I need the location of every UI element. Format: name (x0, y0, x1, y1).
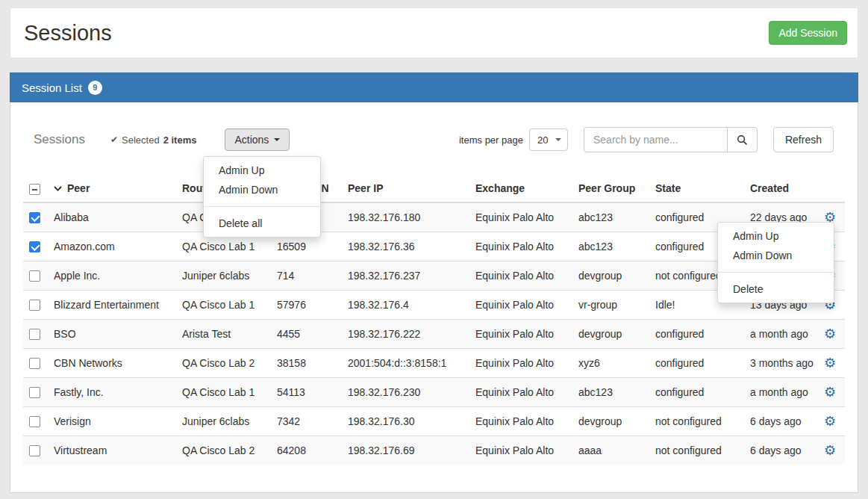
cell-peer-ip: 2001:504:d::3:8158:1 (342, 348, 469, 377)
cell-peer: Blizzard Entertainment (48, 290, 176, 319)
row-menu-divider (718, 272, 834, 273)
row-menu-item-admin-up[interactable]: Admin Up (718, 226, 834, 246)
cell-exchange: Equinix Palo Alto (469, 436, 572, 465)
items-per-page-value: 20 (537, 134, 548, 146)
row-settings-gear-icon[interactable]: ⚙ (824, 385, 836, 400)
cell-asn: 4455 (271, 319, 342, 348)
sort-desc-icon (54, 186, 62, 191)
cell-peer-group: abc123 (572, 377, 649, 406)
cell-created: 3 months ago (744, 348, 815, 377)
cell-peer-group: xyz6 (572, 348, 649, 377)
selected-prefix: Selected (122, 134, 160, 146)
col-peer-ip[interactable]: Peer IP (342, 176, 469, 202)
row-checkbox[interactable] (29, 387, 40, 398)
row-settings-gear-icon[interactable]: ⚙ (824, 326, 836, 341)
cell-router: QA Cisco Lab 2 (176, 348, 271, 377)
cell-asn: 7342 (271, 406, 342, 436)
items-per-page-select[interactable]: 20 (529, 128, 568, 151)
cell-state: not configured (649, 406, 744, 436)
cell-created: 6 days ago (744, 436, 815, 465)
cell-peer-ip: 198.32.176.230 (342, 377, 469, 406)
cell-peer-ip: 198.32.176.180 (342, 202, 469, 232)
cell-exchange: Equinix Palo Alto (469, 319, 572, 348)
cell-peer: Alibaba (48, 202, 176, 232)
page-header: Sessions Add Session (10, 7, 858, 58)
table-toolbar: Sessions ✔ Selected 2 items Actions item… (34, 127, 834, 152)
cell-peer-group: abc123 (572, 202, 649, 232)
row-checkbox[interactable] (29, 445, 40, 456)
row-checkbox[interactable] (29, 416, 40, 427)
cell-exchange: Equinix Palo Alto (469, 348, 572, 377)
col-peer[interactable]: Peer (48, 176, 176, 202)
row-menu-item-admin-down[interactable]: Admin Down (718, 246, 834, 265)
panel-heading: Session List 9 (10, 72, 858, 102)
cell-peer: Virtustream (48, 436, 176, 465)
menu-item-admin-up[interactable]: Admin Up (204, 161, 320, 180)
search-input[interactable] (584, 127, 728, 152)
table-row: Virtustream QA Cisco Lab 2 64208 198.32.… (23, 436, 845, 465)
cell-peer: Fastly, Inc. (48, 377, 176, 406)
row-menu-item-delete[interactable]: Delete (718, 279, 834, 299)
col-row-actions (815, 176, 845, 202)
row-checkbox[interactable] (29, 241, 40, 252)
table-header-row: Peer Router ASN Peer IP Exchange Peer Gr… (23, 176, 845, 202)
cell-state: configured (649, 348, 744, 377)
row-checkbox[interactable] (29, 329, 40, 340)
row-checkbox[interactable] (29, 300, 40, 311)
cell-peer-ip: 198.32.176.237 (342, 261, 469, 290)
actions-dropdown-menu: Admin Up Admin Down Delete all (203, 156, 321, 238)
row-checkbox[interactable] (29, 270, 40, 282)
cell-peer-ip: 198.32.176.222 (342, 319, 469, 348)
cell-exchange: Equinix Palo Alto (469, 290, 572, 319)
row-checkbox[interactable] (29, 358, 40, 369)
menu-item-admin-down[interactable]: Admin Down (204, 180, 320, 199)
cell-router: QA Cisco Lab 1 (176, 377, 271, 406)
col-exchange[interactable]: Exchange (469, 176, 572, 202)
col-peer-group[interactable]: Peer Group (572, 176, 649, 202)
items-per-page-label: items per page (459, 134, 523, 146)
cell-peer: Apple Inc. (48, 261, 176, 290)
cell-peer-group: vr-group (572, 290, 649, 319)
menu-divider (204, 206, 320, 207)
cell-peer-group: aaaa (572, 436, 649, 465)
search-group (584, 127, 758, 152)
search-button[interactable] (727, 127, 758, 152)
cell-peer-ip: 198.32.176.30 (342, 406, 469, 436)
cell-asn: 714 (271, 261, 342, 290)
table-row: Verisign Juniper 6clabs 7342 198.32.176.… (23, 406, 845, 436)
table-row: CBN Networks QA Cisco Lab 2 38158 2001:5… (23, 348, 845, 377)
check-icon: ✔ (110, 134, 118, 145)
cell-router: Arista Test (176, 319, 271, 348)
cell-created: a month ago (744, 377, 815, 406)
cell-state: configured (649, 377, 744, 406)
cell-exchange: Equinix Palo Alto (469, 232, 572, 261)
row-settings-gear-icon[interactable]: ⚙ (824, 414, 836, 429)
cell-peer: BSO (48, 319, 176, 348)
menu-item-delete-all[interactable]: Delete all (204, 214, 320, 233)
row-settings-gear-icon[interactable]: ⚙ (824, 356, 836, 371)
row-checkbox[interactable] (29, 212, 40, 223)
cell-router: QA Cisco Lab 1 (176, 290, 271, 319)
cell-exchange: Equinix Palo Alto (469, 202, 572, 232)
add-session-button[interactable]: Add Session (769, 21, 847, 45)
toolbar-right-group: items per page 20 (459, 127, 834, 152)
toolbar-title: Sessions (34, 132, 85, 147)
row-settings-gear-icon[interactable]: ⚙ (824, 443, 836, 458)
cell-peer-group: abc123 (572, 232, 649, 261)
cell-peer-ip: 198.32.176.69 (342, 436, 469, 465)
col-created[interactable]: Created (744, 176, 815, 202)
select-caret-icon (555, 138, 561, 141)
page: Sessions Add Session Session List 9 Sess… (0, 0, 868, 499)
cell-exchange: Equinix Palo Alto (469, 406, 572, 436)
cell-peer: Verisign (48, 406, 176, 436)
cell-created: 6 days ago (744, 406, 815, 436)
cell-router: QA Cisco Lab 2 (176, 436, 271, 465)
select-all-checkbox[interactable] (29, 184, 40, 195)
cell-asn: 57976 (271, 290, 342, 319)
panel-title: Session List (22, 81, 82, 94)
col-state[interactable]: State (649, 176, 744, 202)
refresh-button[interactable]: Refresh (773, 127, 834, 152)
cell-peer-group: devgroup (572, 319, 649, 348)
cell-peer-group: devgroup (572, 261, 649, 290)
actions-dropdown-button[interactable]: Actions (225, 128, 290, 151)
